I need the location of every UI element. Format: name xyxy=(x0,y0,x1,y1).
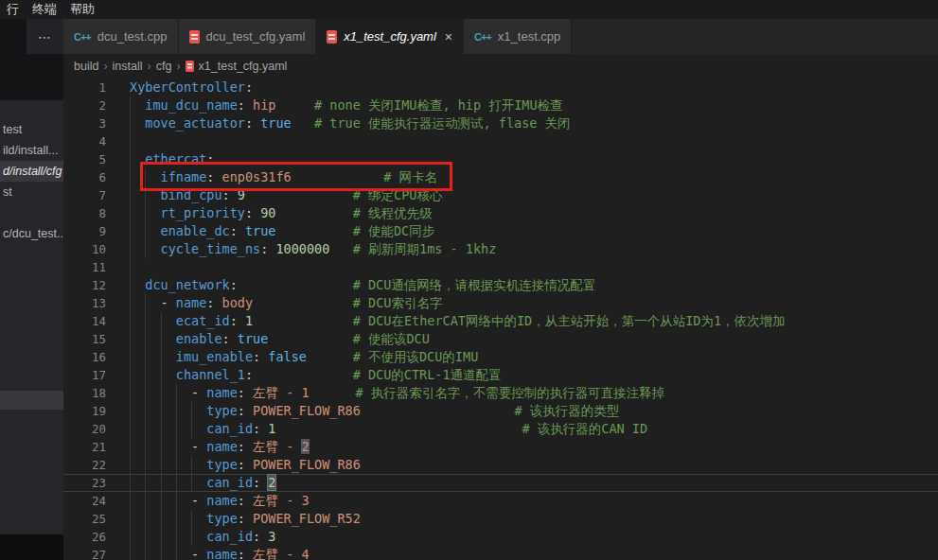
code-line-23[interactable]: 23can_id: 2 xyxy=(63,474,938,492)
code-line-17[interactable]: 17channel_1: # DCU的CTRL-1通道配置 xyxy=(63,366,938,384)
indent-guide xyxy=(145,384,160,402)
token-p: : xyxy=(245,205,253,220)
line-number[interactable]: 6 xyxy=(63,168,106,186)
sidebar-selection-band[interactable] xyxy=(0,391,63,410)
line-number[interactable]: 1 xyxy=(63,79,106,96)
code-editor[interactable]: 1XyberController:2imu_dcu_name: hip # no… xyxy=(63,79,938,560)
line-number[interactable]: 24 xyxy=(63,492,106,510)
sidebar-item-3[interactable]: st xyxy=(0,182,63,202)
line-number[interactable]: 3 xyxy=(63,114,106,132)
token-n: 9 xyxy=(238,187,245,202)
line-number[interactable]: 11 xyxy=(63,258,106,276)
tab-dcu_test_cfg.yaml[interactable]: dcu_test_cfg.yaml xyxy=(179,19,317,54)
breadcrumb-file[interactable]: x1_test_cfg.yaml xyxy=(199,60,288,73)
sidebar-item-1[interactable]: ild/install... xyxy=(0,140,63,161)
code-line-20[interactable]: 20can_id: 1 # 该执行器的CAN ID xyxy=(63,420,938,438)
token-p: : xyxy=(260,241,268,256)
code-line-18[interactable]: 18- name: 左臂 - 1 # 执行器索引名字，不需要控制的执行器可直接注… xyxy=(63,384,938,402)
line-number[interactable]: 23 xyxy=(63,474,106,492)
line-number[interactable]: 27 xyxy=(63,546,106,560)
line-number[interactable]: 19 xyxy=(63,402,106,420)
token-p: : xyxy=(230,313,238,328)
code-line-12[interactable]: 12dcu_network: # DCU通信网络，请根据实机连接情况配置 xyxy=(63,276,938,294)
sidebar-item-4[interactable]: c/dcu_test... xyxy=(0,223,63,244)
code-line-6[interactable]: 6ifname: enp0s31f6 # 网卡名 xyxy=(63,168,938,186)
line-content: can_id: 1 # 该执行器的CAN ID xyxy=(130,421,647,436)
token-p: : xyxy=(253,421,260,436)
token-n: 1 xyxy=(245,313,253,328)
code-line-14[interactable]: 14ecat_id: 1 # DCU在EtherCAT网络中的ID，从主站开始，… xyxy=(63,312,938,330)
tab-dcu_test.cpp[interactable]: C++dcu_test.cpp xyxy=(63,19,179,54)
code-line-8[interactable]: 8rt_priority: 90 # 线程优先级 xyxy=(63,204,938,222)
code-line-5[interactable]: 5ethercat: xyxy=(63,150,938,168)
code-line-10[interactable]: 10cycle_time_ns: 1000000 # 刷新周期1ms - 1kh… xyxy=(63,240,938,258)
line-number[interactable]: 25 xyxy=(63,510,106,528)
line-number[interactable]: 20 xyxy=(63,420,106,438)
indent-guide xyxy=(130,204,145,222)
line-number[interactable]: 12 xyxy=(63,276,106,294)
line-content: - name: 左臂 - 3 xyxy=(130,493,310,508)
line-number[interactable]: 8 xyxy=(63,204,106,222)
code-line-13[interactable]: 13- name: body # DCU索引名字 xyxy=(63,294,938,312)
indent-guide xyxy=(145,312,160,330)
menu-item-0[interactable]: 行 xyxy=(0,0,26,19)
breadcrumb-item-cfg[interactable]: cfg xyxy=(156,60,172,73)
indent-guide xyxy=(145,186,160,204)
line-number[interactable]: 4 xyxy=(63,132,106,150)
token-n: 1 xyxy=(268,421,275,436)
sidebar-item-2[interactable]: d/install/cfg xyxy=(0,161,63,182)
code-line-19[interactable]: 19type: POWER_FLOW_R86 # 该执行器的类型 xyxy=(63,402,938,420)
line-number[interactable]: 15 xyxy=(63,330,106,348)
code-line-1[interactable]: 1XyberController: xyxy=(63,79,938,96)
code-line-16[interactable]: 16imu_enable: false # 不使用该DCU的IMU xyxy=(63,348,938,366)
breadcrumb-item-install[interactable]: install xyxy=(113,60,143,73)
line-number[interactable]: 10 xyxy=(63,240,106,258)
code-line-2[interactable]: 2imu_dcu_name: hip # none 关闭IMU检查, hip 打… xyxy=(63,96,938,114)
menu-item-2[interactable]: 帮助 xyxy=(63,0,101,19)
code-line-26[interactable]: 26can_id: 3 xyxy=(63,528,938,546)
line-content: imu_enable: false # 不使用该DCU的IMU xyxy=(130,349,478,364)
indent-guide xyxy=(161,384,176,402)
code-line-21[interactable]: 21- name: 左臂 - 2 xyxy=(63,438,938,456)
line-number[interactable]: 16 xyxy=(63,348,106,366)
line-number[interactable]: 13 xyxy=(63,294,106,312)
line-number[interactable]: 9 xyxy=(63,222,106,240)
indent-guide xyxy=(191,456,206,474)
code-line-22[interactable]: 22type: POWER_FLOW_R86 xyxy=(63,456,938,474)
indent-guide xyxy=(176,456,191,474)
sidebar-item-0[interactable]: test xyxy=(0,119,63,140)
token-k: imu_dcu_name xyxy=(145,97,238,113)
indent-guide xyxy=(191,402,206,420)
code-line-15[interactable]: 15enable: true # 使能该DCU xyxy=(63,330,938,348)
token-k: type xyxy=(206,403,238,418)
code-line-25[interactable]: 25type: POWER_FLOW_R52 xyxy=(63,510,938,528)
line-number[interactable]: 22 xyxy=(63,456,106,474)
line-number[interactable]: 5 xyxy=(63,150,106,168)
line-content: ifname: enp0s31f6 # 网卡名 xyxy=(130,169,437,184)
line-number[interactable]: 18 xyxy=(63,384,106,402)
menu-item-1[interactable]: 终端 xyxy=(26,0,63,19)
code-line-7[interactable]: 7bind_cpu: 9 # 绑定CPU核心 xyxy=(63,186,938,204)
line-number[interactable]: 2 xyxy=(63,96,106,114)
close-icon[interactable]: × xyxy=(445,30,452,44)
token-p: : xyxy=(238,547,245,560)
token-c: # 该执行器的类型 xyxy=(514,403,619,418)
code-line-24[interactable]: 24- name: 左臂 - 3 xyxy=(63,492,938,510)
line-number[interactable]: 14 xyxy=(63,312,106,330)
tab-x1_test.cpp[interactable]: C++x1_test.cpp xyxy=(464,19,572,54)
indent-guide xyxy=(130,348,145,366)
tab-x1_test_cfg.yaml[interactable]: x1_test_cfg.yaml× xyxy=(316,19,464,54)
code-line-27[interactable]: 27- name: 左臂 - 4 xyxy=(63,546,938,560)
code-line-3[interactable]: 3move_actuator: true # true 使能执行器运动测试, f… xyxy=(63,114,938,132)
line-number[interactable]: 17 xyxy=(63,366,106,384)
more-actions-button[interactable]: ⋯ xyxy=(27,19,63,54)
code-line-4[interactable]: 4 xyxy=(63,132,938,150)
code-line-9[interactable]: 9enable_dc: true # 使能DC同步 xyxy=(63,222,938,240)
line-number[interactable]: 21 xyxy=(63,438,106,456)
token-d: - xyxy=(161,295,168,310)
code-line-11[interactable]: 11 xyxy=(63,258,938,276)
breadcrumb-item-build[interactable]: build xyxy=(74,60,98,73)
line-number[interactable]: 7 xyxy=(63,186,106,204)
indent-guide xyxy=(145,330,160,348)
line-number[interactable]: 26 xyxy=(63,528,106,546)
